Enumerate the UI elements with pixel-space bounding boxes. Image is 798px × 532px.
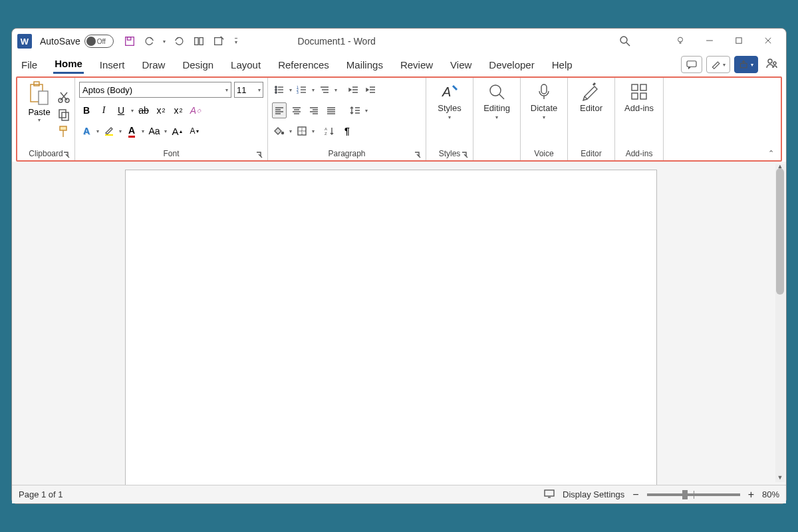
svg-rect-36 <box>632 93 638 99</box>
font-color-button[interactable]: A <box>124 123 139 139</box>
line-spacing-dropdown-icon[interactable]: ▾ <box>365 108 368 114</box>
minimize-icon[interactable] <box>705 36 714 47</box>
show-marks-button[interactable]: ¶ <box>340 123 354 139</box>
tab-developer[interactable]: Developer <box>487 57 535 73</box>
bullets-button[interactable] <box>272 82 287 98</box>
paste-label[interactable]: Paste <box>28 107 50 117</box>
undo-icon[interactable] <box>143 35 156 48</box>
ribbon-tabs: File Home Insert Draw Design Layout Refe… <box>12 54 786 75</box>
svg-rect-3 <box>200 38 203 45</box>
zoom-percent[interactable]: 80% <box>762 489 779 499</box>
strikethrough-button[interactable]: ab <box>136 102 151 118</box>
align-left-button[interactable] <box>272 102 287 118</box>
paragraph-launcher-icon[interactable] <box>414 151 422 159</box>
scroll-down-icon[interactable]: ▼ <box>775 474 785 482</box>
tab-references[interactable]: References <box>277 57 331 73</box>
justify-button[interactable] <box>324 102 338 118</box>
qat-icon-2[interactable] <box>212 35 225 48</box>
editor-button[interactable]: Editor <box>572 80 610 147</box>
tab-mailings[interactable]: Mailings <box>345 57 384 73</box>
tab-draw[interactable]: Draw <box>140 57 166 73</box>
underline-dropdown-icon[interactable]: ▾ <box>131 108 134 114</box>
editing-mode-button[interactable]: ▾ <box>706 56 730 73</box>
sort-button[interactable]: AZ <box>323 123 337 139</box>
display-settings-label[interactable]: Display Settings <box>563 489 624 499</box>
collapse-ribbon-icon[interactable]: ⌃ <box>768 149 774 158</box>
styles-launcher-icon[interactable] <box>461 151 469 159</box>
clipboard-launcher-icon[interactable] <box>63 151 70 159</box>
tab-help[interactable]: Help <box>551 57 574 73</box>
highlight-dropdown-icon[interactable]: ▾ <box>119 128 122 134</box>
redo-icon[interactable] <box>172 35 186 48</box>
qat-customize-icon[interactable]: ▾ <box>235 38 237 45</box>
tab-review[interactable]: Review <box>399 57 434 73</box>
text-effects-button[interactable]: A <box>79 123 94 139</box>
scrollbar-thumb[interactable] <box>776 168 784 295</box>
save-icon[interactable] <box>123 35 136 48</box>
bullets-dropdown-icon[interactable]: ▾ <box>289 87 292 93</box>
borders-button[interactable] <box>295 123 309 139</box>
close-icon[interactable] <box>763 36 773 47</box>
tab-insert[interactable]: Insert <box>98 57 126 73</box>
tab-design[interactable]: Design <box>181 57 215 73</box>
shrink-font-button[interactable]: A▾ <box>187 123 201 139</box>
zoom-in-button[interactable]: + <box>748 489 754 501</box>
increase-indent-button[interactable] <box>364 82 378 98</box>
document-page[interactable] <box>125 170 657 485</box>
tab-file[interactable]: File <box>20 57 39 73</box>
numbering-button[interactable]: 123 <box>295 82 309 98</box>
paste-icon[interactable] <box>28 80 51 107</box>
tab-view[interactable]: View <box>449 57 473 73</box>
autosave-toggle[interactable]: Off <box>84 35 114 48</box>
font-launcher-icon[interactable] <box>255 151 263 159</box>
font-family-select[interactable]: Aptos (Body)▾ <box>79 82 231 98</box>
editing-button[interactable]: Editing▾ <box>477 80 516 147</box>
highlight-button[interactable] <box>102 123 116 139</box>
share-button[interactable]: ▾ <box>734 56 758 73</box>
svg-point-11 <box>773 62 776 65</box>
paste-dropdown-icon[interactable]: ▾ <box>38 117 41 123</box>
numbering-dropdown-icon[interactable]: ▾ <box>312 87 315 93</box>
align-center-button[interactable] <box>289 102 304 118</box>
font-color-dropdown-icon[interactable]: ▾ <box>142 128 144 134</box>
tab-home[interactable]: Home <box>53 55 84 74</box>
borders-dropdown-icon[interactable]: ▾ <box>312 128 315 134</box>
multilevel-list-button[interactable] <box>317 82 332 98</box>
page-indicator[interactable]: Page 1 of 1 <box>19 489 63 499</box>
tab-layout[interactable]: Layout <box>229 57 262 73</box>
change-case-dropdown-icon[interactable]: ▾ <box>164 128 167 134</box>
align-right-button[interactable] <box>307 102 321 118</box>
shading-button[interactable] <box>272 123 287 139</box>
italic-button[interactable]: I <box>96 102 111 118</box>
qat-icon-1[interactable] <box>192 35 205 48</box>
comments-button[interactable] <box>681 56 702 73</box>
search-icon[interactable] <box>618 35 632 48</box>
font-size-select[interactable]: 11▾ <box>234 82 263 98</box>
line-spacing-button[interactable] <box>348 102 362 118</box>
copy-icon[interactable] <box>57 108 70 121</box>
dictate-button[interactable]: Dictate▾ <box>525 80 563 147</box>
display-settings-icon[interactable] <box>544 489 555 500</box>
multilevel-dropdown-icon[interactable]: ▾ <box>334 87 337 93</box>
styles-button[interactable]: A Styles▾ <box>430 80 469 147</box>
superscript-button[interactable]: x2 <box>171 102 186 118</box>
account-icon[interactable] <box>765 57 778 72</box>
decrease-indent-button[interactable] <box>346 82 361 98</box>
shading-dropdown-icon[interactable]: ▾ <box>289 128 292 134</box>
zoom-slider[interactable] <box>647 493 740 496</box>
subscript-button[interactable]: x2 <box>154 102 168 118</box>
zoom-out-button[interactable]: − <box>632 489 638 501</box>
cut-icon[interactable] <box>57 90 70 104</box>
change-case-button[interactable]: Aa <box>147 123 162 139</box>
underline-button[interactable]: U <box>114 102 128 118</box>
undo-dropdown-icon[interactable]: ▾ <box>163 39 166 45</box>
bold-button[interactable]: B <box>79 102 94 118</box>
maximize-icon[interactable] <box>734 36 743 47</box>
text-effects-dropdown-icon[interactable]: ▾ <box>96 128 99 134</box>
lightbulb-icon[interactable] <box>676 36 685 47</box>
format-painter-icon[interactable] <box>57 125 70 138</box>
addins-button[interactable]: Add-ins <box>619 80 659 147</box>
clear-formatting-button[interactable]: A◇ <box>188 102 203 118</box>
vertical-scrollbar[interactable]: ▲ ▼ <box>775 164 785 482</box>
grow-font-button[interactable]: A▴ <box>170 123 184 139</box>
